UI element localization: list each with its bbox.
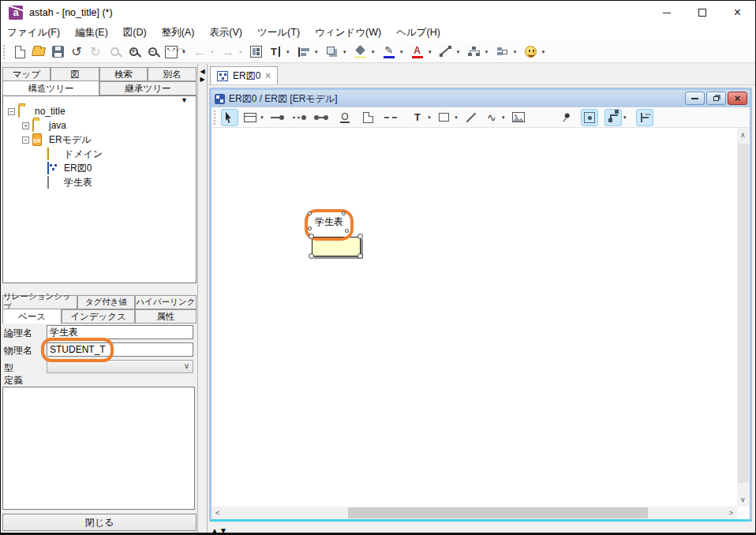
- text-tool-dropdown[interactable]: ▼: [427, 115, 432, 120]
- window-close-button[interactable]: ×: [720, 1, 755, 24]
- splitter-expand-right-icon[interactable]: ▶: [198, 76, 207, 84]
- menu-align[interactable]: 整列(A): [162, 26, 195, 39]
- selection-handle[interactable]: [357, 234, 363, 239]
- tab-alias[interactable]: 別名: [148, 67, 196, 81]
- selection-handle[interactable]: [357, 253, 363, 259]
- tree-item-er-diagram[interactable]: ER図0: [47, 161, 92, 175]
- tree-layout-button[interactable]: [465, 43, 484, 62]
- expand-expander-icon[interactable]: +: [22, 122, 29, 129]
- tab-hyperlink[interactable]: ハイパーリンク: [135, 295, 196, 309]
- open-button[interactable]: [29, 43, 48, 62]
- inner-window-titlebar[interactable]: ER図0 / ER図 [ERモデル] ×: [211, 90, 750, 107]
- select-tool-button[interactable]: [221, 109, 238, 126]
- scroll-up-icon[interactable]: ∧: [740, 131, 746, 139]
- forward-button[interactable]: →: [219, 43, 238, 62]
- rect-tool-dropdown[interactable]: ▼: [454, 115, 458, 120]
- auto-layout-dropdown[interactable]: ▼: [512, 50, 517, 54]
- label-handle[interactable]: [342, 211, 346, 215]
- tab-scroller-arrows[interactable]: ▲▼: [211, 526, 228, 535]
- menu-diagram[interactable]: 図(D): [123, 26, 147, 39]
- entity-tool-button[interactable]: [241, 109, 259, 126]
- font-color-dropdown[interactable]: ▼: [428, 50, 432, 54]
- scroll-right-icon[interactable]: >: [729, 509, 733, 517]
- zoom-out-button[interactable]: −: [143, 43, 162, 62]
- tree-item-er-model[interactable]: − ER ERモデル: [22, 133, 92, 147]
- vertical-scroll-thumb[interactable]: [738, 144, 749, 483]
- back-dropdown[interactable]: ▼: [210, 50, 215, 54]
- tab-map[interactable]: マップ: [2, 67, 51, 81]
- definition-textarea[interactable]: [2, 387, 195, 510]
- show-handles-toggle[interactable]: [581, 109, 598, 126]
- diagram-canvas[interactable]: [211, 128, 737, 507]
- horizontal-align-dropdown[interactable]: ▼: [314, 50, 319, 54]
- new-file-button[interactable]: [10, 43, 29, 62]
- line-color-button[interactable]: ✎: [380, 43, 399, 62]
- line-style-button[interactable]: [436, 43, 455, 62]
- pin-tool-button[interactable]: [557, 109, 574, 126]
- menu-view[interactable]: 表示(V): [209, 26, 242, 39]
- note-tool-button[interactable]: [360, 109, 377, 126]
- curve-tool-button[interactable]: ∿: [483, 109, 500, 126]
- label-handle[interactable]: [308, 211, 312, 215]
- tree-item-domain[interactable]: ドメイン: [47, 147, 103, 161]
- splitter-collapse-left-icon[interactable]: ◀: [198, 68, 207, 76]
- stack-order-button[interactable]: [323, 43, 342, 62]
- diagram-elements-button[interactable]: [247, 43, 266, 62]
- rect-tool-button[interactable]: [436, 109, 453, 126]
- toolbar-grip[interactable]: [3, 45, 6, 59]
- identifying-relationship-button[interactable]: [268, 109, 286, 126]
- inner-restore-button[interactable]: [706, 92, 726, 105]
- zoom-in-button[interactable]: +: [124, 43, 143, 62]
- collapse-expander-icon[interactable]: −: [22, 137, 29, 144]
- emoticon-button[interactable]: [521, 43, 540, 62]
- tab-index[interactable]: インデックス: [62, 309, 135, 324]
- tab-inheritance-tree[interactable]: 継承ツリー: [99, 81, 196, 95]
- inner-close-button[interactable]: ×: [728, 92, 747, 105]
- window-maximize-button[interactable]: [684, 1, 720, 24]
- scroll-down-icon[interactable]: ∨: [740, 496, 746, 503]
- tab-search[interactable]: 検索: [99, 67, 148, 81]
- inner-minimize-button[interactable]: [685, 92, 705, 105]
- label-handle[interactable]: [308, 226, 312, 230]
- scroll-left-icon[interactable]: <: [215, 509, 219, 517]
- panel-collapse-button[interactable]: ▼: [181, 96, 188, 104]
- horizontal-align-button[interactable]: [294, 43, 313, 62]
- tab-attribute[interactable]: 属性: [135, 309, 196, 324]
- selection-handle[interactable]: [309, 253, 314, 259]
- document-tab-er-diagram[interactable]: ER図0 ×: [210, 66, 278, 84]
- tree-item-student-table[interactable]: 学生表: [47, 175, 92, 189]
- snap-toggle[interactable]: [636, 109, 653, 126]
- vertical-align-dropdown[interactable]: ▼: [286, 50, 290, 54]
- line-style-dropdown[interactable]: ▼: [456, 50, 461, 54]
- zoom-actual-button[interactable]: [105, 43, 124, 62]
- tree-layout-dropdown[interactable]: ▼: [485, 50, 489, 54]
- fit-view-button[interactable]: ↖↗↙↘: [162, 43, 181, 62]
- back-button[interactable]: ←: [190, 43, 209, 62]
- window-minimize-button[interactable]: [649, 1, 684, 24]
- horizontal-scrollbar[interactable]: < >: [211, 507, 737, 519]
- tree-item-no-title[interactable]: − P no_title: [8, 104, 65, 118]
- line-routing-toggle[interactable]: [604, 109, 622, 126]
- line-routing-dropdown[interactable]: ▼: [623, 115, 627, 120]
- menu-help[interactable]: ヘルプ(H): [396, 26, 440, 39]
- tab-tagged-value[interactable]: タグ付き値: [77, 295, 135, 309]
- forward-dropdown[interactable]: ▼: [238, 50, 243, 54]
- tab-relationship[interactable]: リレーションシップ: [2, 295, 77, 309]
- redo-button[interactable]: ↻: [86, 43, 105, 62]
- menu-file[interactable]: ファイル(F): [7, 26, 60, 39]
- vertical-scrollbar[interactable]: ∧ ∨: [737, 128, 750, 507]
- font-color-button[interactable]: A: [408, 43, 427, 62]
- entity-name-label[interactable]: 学生表: [311, 215, 347, 228]
- fill-color-dropdown[interactable]: ▼: [371, 50, 376, 54]
- line-color-dropdown[interactable]: ▼: [399, 50, 404, 54]
- tab-diagram[interactable]: 図: [51, 67, 99, 81]
- menu-tool[interactable]: ツール(T): [257, 26, 300, 39]
- emoticon-dropdown[interactable]: ▼: [541, 50, 545, 54]
- type-select[interactable]: ∨: [47, 360, 193, 373]
- line-tool-button[interactable]: [462, 109, 480, 126]
- logical-name-input[interactable]: [47, 325, 193, 339]
- non-identifying-relationship-button[interactable]: [290, 109, 308, 126]
- tree-item-java[interactable]: + java: [22, 118, 66, 133]
- selection-handle[interactable]: [309, 234, 314, 239]
- tab-close-icon[interactable]: ×: [265, 70, 271, 81]
